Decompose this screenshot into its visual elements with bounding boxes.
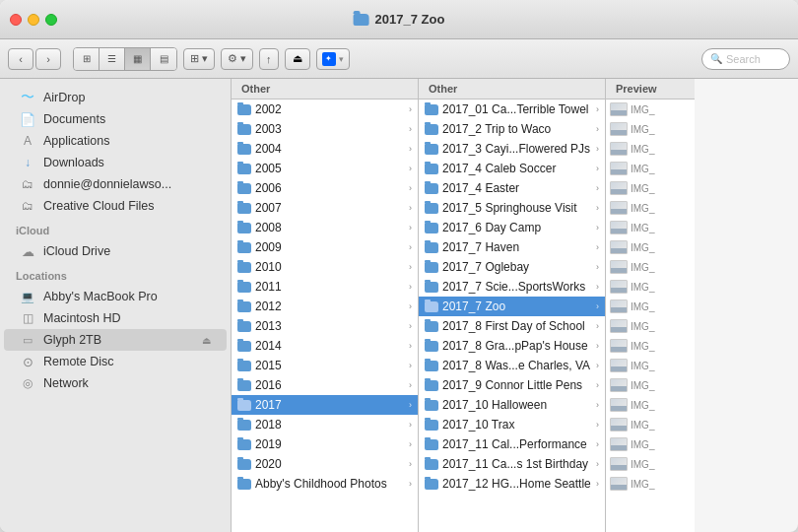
preview-thumbnail: IMG_ bbox=[606, 159, 695, 178]
forward-button[interactable]: › bbox=[35, 48, 61, 70]
list-item[interactable]: Abby's Childhood Photos› bbox=[232, 474, 418, 494]
list-item[interactable]: 2017_12 HG...Home Seattle› bbox=[419, 474, 605, 494]
list-item[interactable]: 2015› bbox=[232, 356, 418, 375]
sidebar-item-applications[interactable]: A Applications bbox=[4, 130, 227, 152]
list-item[interactable]: 2017_4 Caleb Soccer› bbox=[419, 159, 605, 178]
sidebar-item-macbook[interactable]: 💻 Abby's MacBook Pro bbox=[4, 286, 227, 307]
sidebar-item-network[interactable]: ◎ Network bbox=[4, 372, 227, 394]
list-item[interactable]: 2017_7 Oglebay› bbox=[419, 257, 605, 277]
list-item[interactable]: 2009› bbox=[232, 237, 418, 257]
chevron-right-icon: › bbox=[409, 124, 412, 134]
list-item[interactable]: 2005› bbox=[232, 159, 418, 178]
thumbnail-label: IMG_ bbox=[631, 164, 654, 174]
minimize-button[interactable] bbox=[28, 14, 39, 26]
action-button[interactable]: ⚙ ▾ bbox=[221, 48, 253, 70]
list-item[interactable]: 2010› bbox=[232, 257, 418, 277]
folder-icon bbox=[425, 400, 438, 411]
preview-thumbnail: IMG_ bbox=[606, 454, 695, 474]
list-item[interactable]: 2017_10 Halloween› bbox=[419, 395, 605, 415]
eject-button[interactable]: ⏏ bbox=[285, 48, 310, 70]
sidebar-icloud-drive-label: iCloud Drive bbox=[43, 244, 110, 258]
list-item[interactable]: 2017_6 Day Camp› bbox=[419, 218, 605, 237]
sidebar-item-documents[interactable]: 📄 Documents bbox=[4, 108, 227, 130]
list-item[interactable]: 2017_8 Gra...pPap's House› bbox=[419, 336, 605, 356]
sidebar-item-glyph-2tb[interactable]: ▭ Glyph 2TB ⏏ bbox=[4, 329, 227, 351]
list-item[interactable]: 2006› bbox=[232, 178, 418, 198]
list-view-button[interactable]: ☰ bbox=[100, 48, 125, 70]
list-item[interactable]: 2017_01 Ca...Terrible Towel› bbox=[419, 100, 605, 119]
list-item[interactable]: 2017_5 Springhouse Visit› bbox=[419, 198, 605, 218]
list-item[interactable]: 2013› bbox=[232, 316, 418, 336]
preview-thumbnail: IMG_ bbox=[606, 375, 695, 395]
chevron-right-icon: › bbox=[596, 321, 599, 331]
sidebar-item-remote-disc[interactable]: ⊙ Remote Disc bbox=[4, 351, 227, 372]
chevron-right-icon: › bbox=[596, 242, 599, 252]
column-1-items: 2002›2003›2004›2005›2006›2007›2008›2009›… bbox=[232, 100, 418, 532]
list-item[interactable]: 2017_8 First Day of School› bbox=[419, 316, 605, 336]
chevron-right-icon: › bbox=[596, 164, 599, 173]
list-item[interactable]: 2017_3 Cayi...Flowered PJs› bbox=[419, 139, 605, 159]
thumbnail-image bbox=[610, 457, 628, 471]
folder-icon bbox=[425, 420, 438, 431]
traffic-lights bbox=[10, 14, 57, 26]
list-item[interactable]: 2011› bbox=[232, 277, 418, 297]
item-label: 2017_5 Springhouse Visit bbox=[442, 201, 592, 215]
maximize-button[interactable] bbox=[45, 14, 57, 26]
titlebar: 2017_7 Zoo bbox=[0, 0, 798, 39]
item-label: 2017_7 Oglebay bbox=[442, 260, 592, 274]
icon-view-button[interactable]: ⊞ bbox=[74, 48, 100, 70]
sidebar-item-macintosh-hd[interactable]: ◫ Macintosh HD bbox=[4, 307, 227, 329]
column-view-button[interactable]: ▦ bbox=[125, 48, 151, 70]
list-item[interactable]: 2017_8 Was...e Charles, VA› bbox=[419, 356, 605, 375]
list-item[interactable]: 2020› bbox=[232, 454, 418, 474]
arrange-button[interactable]: ⊞ ▾ bbox=[183, 48, 215, 70]
thumbnail-image bbox=[610, 221, 628, 234]
sidebar-item-downloads[interactable]: ↓ Downloads bbox=[4, 152, 227, 173]
list-item[interactable]: 2003› bbox=[232, 119, 418, 139]
sidebar-item-icloud-drive[interactable]: ☁ iCloud Drive bbox=[4, 240, 227, 262]
list-item[interactable]: 2017_9 Connor Little Pens› bbox=[419, 375, 605, 395]
item-label: 2017_10 Halloween bbox=[442, 398, 592, 412]
gallery-view-button[interactable]: ▤ bbox=[151, 48, 176, 70]
list-item[interactable]: 2017_7 Scie...SportsWorks› bbox=[419, 277, 605, 297]
search-box[interactable]: 🔍 Search bbox=[701, 48, 790, 70]
eject-glyph-icon[interactable]: ⏏ bbox=[202, 335, 211, 346]
share-button[interactable]: ↑ bbox=[259, 48, 279, 70]
list-item[interactable]: 2007› bbox=[232, 198, 418, 218]
thumbnail-label: IMG_ bbox=[631, 223, 654, 233]
list-item[interactable]: 2008› bbox=[232, 218, 418, 237]
dropbox-button[interactable]: ✦ ▾ bbox=[316, 48, 350, 70]
donnie-folder-icon: 🗂 bbox=[20, 176, 35, 192]
chevron-right-icon: › bbox=[596, 203, 599, 213]
list-item[interactable]: 2017_7 Zoo› bbox=[419, 297, 605, 316]
grid-icon: ⊞ bbox=[83, 53, 91, 64]
gear-icon: ⚙ bbox=[228, 52, 237, 65]
item-label: 2008 bbox=[255, 221, 405, 234]
list-item[interactable]: 2017_11 Ca...s 1st Birthday› bbox=[419, 454, 605, 474]
list-item[interactable]: 2019› bbox=[232, 434, 418, 454]
preview-thumbnail: IMG_ bbox=[606, 336, 695, 356]
sidebar-item-donnie[interactable]: 🗂 donnie@donnielawso... bbox=[4, 173, 227, 195]
list-item[interactable]: 2014› bbox=[232, 336, 418, 356]
folder-icon bbox=[237, 104, 251, 115]
thumbnail-image bbox=[610, 398, 628, 412]
back-button[interactable]: ‹ bbox=[8, 48, 33, 70]
sidebar-item-airdrop[interactable]: 〜 AirDrop bbox=[4, 87, 227, 108]
list-item[interactable]: 2002› bbox=[232, 100, 418, 119]
close-button[interactable] bbox=[10, 14, 22, 26]
list-item[interactable]: 2017_10 Trax› bbox=[419, 415, 605, 434]
list-item[interactable]: 2017› bbox=[232, 395, 418, 415]
list-item[interactable]: 2017_4 Easter› bbox=[419, 178, 605, 198]
sidebar-locations-section: Locations 💻 Abby's MacBook Pro ◫ Macinto… bbox=[0, 262, 231, 394]
list-item[interactable]: 2012› bbox=[232, 297, 418, 316]
sidebar-item-creative-cloud[interactable]: 🗂 Creative Cloud Files bbox=[4, 195, 227, 217]
list-item[interactable]: 2017_11 Cal...Performance› bbox=[419, 434, 605, 454]
thumbnail-label: IMG_ bbox=[631, 301, 654, 312]
list-item[interactable]: 2017_7 Haven› bbox=[419, 237, 605, 257]
list-item[interactable]: 2004› bbox=[232, 139, 418, 159]
preview-thumbnail: IMG_ bbox=[606, 100, 695, 119]
list-item[interactable]: 2018› bbox=[232, 415, 418, 434]
list-item[interactable]: 2017_2 Trip to Waco› bbox=[419, 119, 605, 139]
folder-icon bbox=[237, 183, 251, 194]
list-item[interactable]: 2016› bbox=[232, 375, 418, 395]
